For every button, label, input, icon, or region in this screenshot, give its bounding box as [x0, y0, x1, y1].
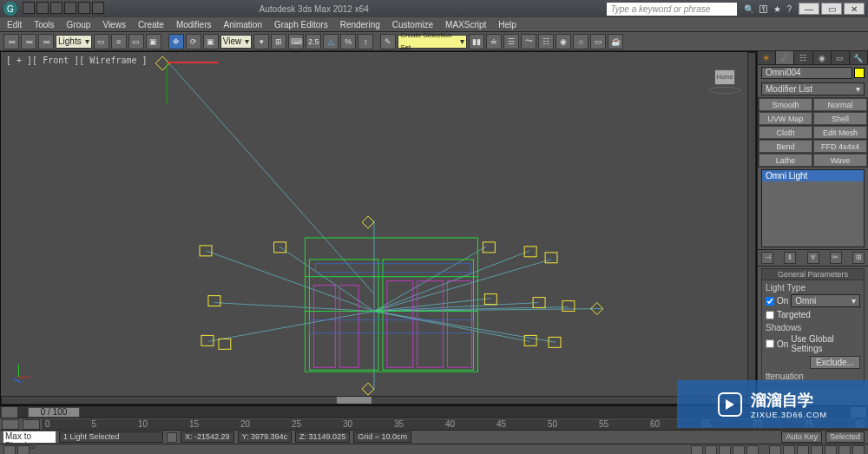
menu-edit[interactable]: Edit [7, 20, 22, 30]
mod-bend[interactable]: Bend [759, 140, 812, 153]
star-icon[interactable]: ★ [773, 4, 781, 14]
snap-toggle-icon[interactable]: 2.5 [306, 34, 321, 49]
qat-save-icon[interactable] [50, 2, 62, 14]
goto-end-icon[interactable] [746, 445, 759, 455]
pan-icon[interactable] [825, 445, 837, 455]
mod-lathe[interactable]: Lathe [759, 154, 812, 167]
mirror-icon[interactable]: ▮▮ [469, 34, 484, 49]
mod-ffd[interactable]: FFD 4x4x4 [813, 140, 867, 153]
viewport-scrollbar-v[interactable] [747, 52, 756, 396]
key-filter-icon[interactable] [17, 445, 30, 455]
app-logo-icon[interactable]: G [3, 2, 17, 16]
menu-create[interactable]: Create [138, 20, 164, 30]
ref-coord-combo[interactable]: View▾ [220, 35, 253, 49]
keyboard-shortcut-icon[interactable]: ⌨ [288, 34, 304, 49]
select-object-icon[interactable]: ▭ [94, 34, 109, 49]
window-crossing-icon[interactable]: ▣ [146, 34, 161, 49]
select-region-icon[interactable]: ▭ [128, 34, 144, 49]
zoom-region-icon[interactable] [811, 445, 823, 455]
close-button[interactable]: ✕ [844, 3, 865, 15]
qat-undo-icon[interactable] [64, 2, 76, 14]
help-icon[interactable]: ? [786, 4, 792, 14]
menu-customize[interactable]: Customize [392, 20, 433, 30]
menu-maxscript[interactable]: MAXScript [445, 20, 486, 30]
exclude-button[interactable]: Exclude... [810, 356, 860, 369]
curve-editor-icon[interactable]: 〜 [521, 34, 536, 49]
show-end-result-icon[interactable]: Ⅱ [784, 252, 796, 264]
zoom-extents-icon[interactable] [797, 445, 809, 455]
tab-create-icon[interactable]: ✳ [758, 51, 776, 64]
modifier-list-combo[interactable]: Modifier List▾ [761, 82, 865, 95]
schematic-view-icon[interactable]: ☷ [538, 34, 554, 49]
autokey-button[interactable]: Auto Key [781, 431, 822, 443]
mod-shell[interactable]: Shell [813, 112, 867, 125]
qat-more-icon[interactable] [92, 2, 104, 14]
render-icon[interactable]: ☕ [608, 34, 623, 49]
move-icon[interactable]: ✥ [168, 34, 184, 49]
qat-open-icon[interactable] [36, 2, 49, 14]
zoom-icon[interactable] [769, 445, 781, 455]
mod-uvwmap[interactable]: UVW Map [759, 112, 812, 125]
coord-z[interactable]: Z: 31149.025 [295, 431, 350, 443]
minimize-button[interactable]: — [799, 3, 819, 15]
tab-hierarchy-icon[interactable]: ☷ [794, 51, 812, 64]
light-on-checkbox[interactable]: On [766, 296, 788, 306]
named-selection-combo[interactable]: Create Selection Set▾ [398, 35, 467, 49]
menu-rendering[interactable]: Rendering [340, 20, 380, 30]
search-icon[interactable]: 🔍 [744, 4, 754, 14]
tab-modify-icon[interactable]: ☄ [776, 51, 794, 64]
viewport-scrollbar-h[interactable] [1, 396, 747, 405]
modifier-stack[interactable]: Omni Light [761, 169, 865, 247]
mod-wave[interactable]: Wave [813, 154, 867, 167]
mod-cloth[interactable]: Cloth [759, 126, 812, 139]
manipulate-icon[interactable]: ⊞ [271, 34, 286, 49]
menu-tools[interactable]: Tools [34, 20, 54, 30]
keyfilter-combo[interactable]: Selected [825, 431, 865, 443]
named-selection-edit-icon[interactable]: ✎ [380, 34, 396, 49]
link-icon[interactable]: ⫘ [3, 34, 19, 49]
menu-modifiers[interactable]: Modifiers [176, 20, 212, 30]
menu-group[interactable]: Group [67, 20, 91, 30]
stack-item-omni-light[interactable]: Omni Light [762, 170, 864, 181]
light-type-combo[interactable]: Omni▾ [791, 294, 860, 307]
coord-y[interactable]: Y: 3979.394c [238, 431, 293, 443]
scale-icon[interactable]: ▣ [203, 34, 219, 49]
timeslider-prev-icon[interactable] [2, 407, 17, 418]
restore-button[interactable]: ▭ [821, 3, 842, 15]
selection-filter-combo[interactable]: Lights▾ [56, 35, 92, 49]
pin-stack-icon[interactable]: ⊣ [761, 252, 773, 264]
configure-sets-icon[interactable]: ⊞ [852, 252, 865, 264]
tab-display-icon[interactable]: ▭ [832, 51, 850, 64]
prev-frame-icon[interactable] [705, 445, 717, 455]
render-frame-icon[interactable]: ▭ [590, 34, 606, 49]
curve-editor-toggle-icon[interactable] [2, 419, 19, 430]
viewport-front[interactable]: [ + ][ Front ][ Wireframe ] Home [0, 51, 757, 405]
rotate-icon[interactable]: ⟳ [186, 34, 201, 49]
menu-views[interactable]: Views [102, 20, 126, 30]
menu-animation[interactable]: Animation [223, 20, 261, 30]
menu-graph-editors[interactable]: Graph Editors [274, 20, 328, 30]
mod-normal[interactable]: Normal [813, 98, 867, 111]
remove-modifier-icon[interactable]: ✂ [830, 252, 842, 264]
selection-lock-icon[interactable] [167, 432, 177, 443]
render-setup-icon[interactable]: ☼ [573, 34, 589, 49]
make-unique-icon[interactable]: ∀ [807, 252, 819, 264]
menu-help[interactable]: Help [498, 20, 516, 30]
tab-utilities-icon[interactable]: 🔧 [850, 51, 868, 64]
layers-icon[interactable]: ☰ [503, 34, 519, 49]
coord-x[interactable]: X: -21542.29 [181, 431, 234, 443]
goto-start-icon[interactable] [691, 445, 703, 455]
maxscript-listener[interactable]: Max to Physics [3, 431, 56, 443]
percent-snap-icon[interactable]: % [340, 34, 356, 49]
mod-smooth[interactable]: Smooth [759, 98, 812, 111]
maximize-viewport-icon[interactable] [852, 445, 865, 455]
targeted-checkbox[interactable]: Targeted [766, 310, 860, 319]
qat-redo-icon[interactable] [78, 2, 90, 14]
rollout-header[interactable]: General Parameters [762, 269, 864, 280]
angle-snap-icon[interactable]: △ [323, 34, 339, 49]
spinner-snap-icon[interactable]: ↕ [358, 34, 373, 49]
mod-editmesh[interactable]: Edit Mesh [813, 126, 867, 139]
qat-new-icon[interactable] [23, 2, 35, 14]
bind-icon[interactable]: ⫘ [38, 34, 54, 49]
object-name-field[interactable]: Omni004 [761, 67, 852, 79]
